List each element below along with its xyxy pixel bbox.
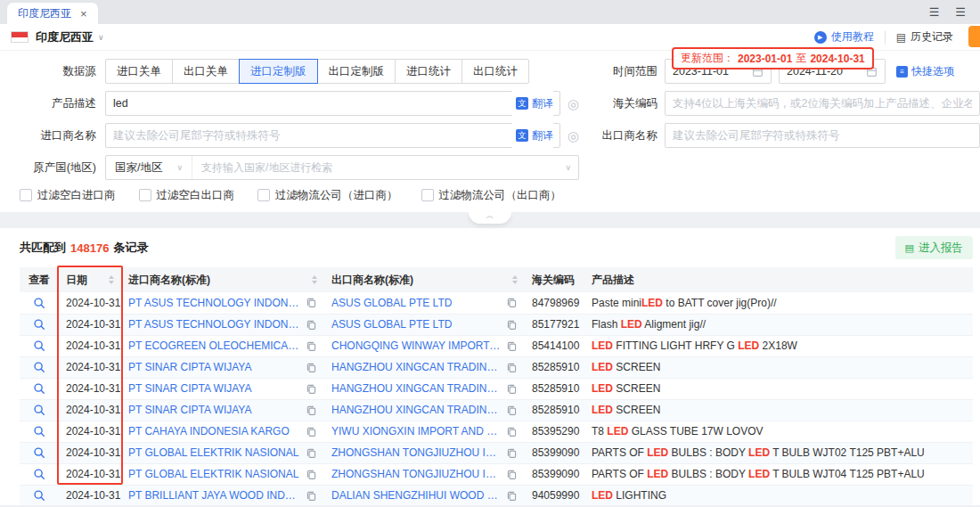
translate-button[interactable]: 文 翻译 [512, 91, 553, 116]
importer-link[interactable]: PT GLOBAL ELEKTRIK NASIONAL [128, 446, 300, 459]
product-desc-cell: Paste miniLED to BATT cover jig(Pro)// [584, 292, 973, 314]
importer-link[interactable]: PT ASUS TECHNOLOGY INDONESIA BA... [128, 297, 300, 309]
update-range-to: 2024-10-31 [810, 53, 864, 65]
copy-icon[interactable] [306, 319, 317, 331]
chevron-down-icon: ∨ [176, 163, 183, 172]
filter-blank-importer-checkbox[interactable]: 过滤空白进口商 [20, 188, 116, 203]
copy-icon[interactable] [506, 383, 518, 395]
copy-icon[interactable] [506, 426, 518, 437]
filter-logistics-exporter-checkbox[interactable]: 过滤物流公司（出口商） [421, 188, 562, 203]
tab-import-declaration[interactable]: 进口关单 [105, 59, 173, 84]
sort-icon[interactable] [312, 275, 317, 284]
sort-icon[interactable] [512, 275, 518, 284]
view-detail-button[interactable] [33, 425, 45, 437]
importer-link[interactable]: PT GLOBAL ELEKTRIK NASIONAL [128, 468, 300, 480]
exporter-name-input[interactable] [665, 123, 980, 148]
country-selector[interactable]: 印度尼西亚 [36, 29, 94, 45]
copy-icon[interactable] [506, 469, 518, 480]
exporter-link[interactable]: CHONGQING WINWAY IMPORT AND E... [331, 339, 501, 352]
col-date-header[interactable]: 日期 [59, 267, 121, 292]
floating-widget[interactable] [968, 26, 980, 47]
importer-link[interactable]: PT CAHAYA INDONESIA KARGO [128, 425, 300, 437]
sort-icon[interactable] [109, 275, 114, 284]
enter-report-button[interactable]: ▤ 进入报告 [895, 236, 973, 259]
copy-icon[interactable] [306, 426, 317, 437]
copy-icon[interactable] [306, 405, 317, 416]
copy-icon[interactable] [306, 362, 317, 373]
collapse-filter-button[interactable]: ︿ [469, 212, 511, 224]
exporter-link[interactable]: YIWU XIONGXIN IMPORT AND EXPORT... [331, 425, 501, 437]
exporter-link[interactable]: ASUS GLOBAL PTE LTD [331, 297, 501, 309]
view-detail-button[interactable] [33, 382, 45, 395]
browser-tab-title: 印度尼西亚 [18, 6, 71, 21]
tab-export-declaration[interactable]: 出口关单 [172, 59, 240, 84]
quick-options-link[interactable]: ≡ 快捷选项 [896, 64, 954, 79]
exporter-link[interactable]: DALIAN SHENGZHIHUI WOOD INDUST... [331, 489, 501, 502]
match-mode-icon[interactable]: ◎ [568, 129, 579, 143]
copy-icon[interactable] [306, 490, 317, 502]
menu-icon[interactable]: ☰ [929, 5, 940, 19]
tab-import-custom-edition[interactable]: 进口定制版 [239, 59, 318, 84]
copy-icon[interactable] [506, 490, 518, 502]
hs-code-label: 海关编码 [579, 96, 657, 111]
copy-icon[interactable] [306, 447, 317, 459]
checkbox-icon [421, 189, 434, 201]
exporter-link[interactable]: HANGZHOU XINGCAN TRADING CO LTD [331, 361, 501, 373]
importer-link[interactable]: PT ECOGREEN OLEOCHEMICALS [128, 339, 300, 352]
match-suffix: 条记录 [113, 240, 148, 256]
view-detail-button[interactable] [33, 361, 45, 373]
view-detail-button[interactable] [33, 318, 45, 331]
copy-icon[interactable] [306, 297, 317, 308]
copy-icon[interactable] [506, 319, 518, 331]
col-exporter-header[interactable]: 出口商名称(标准) [324, 267, 525, 292]
match-mode-icon[interactable]: ◎ [568, 97, 579, 110]
origin-type-select[interactable]: 国家/地区 ∨ [106, 156, 192, 179]
view-detail-button[interactable] [33, 297, 45, 309]
copy-icon[interactable] [306, 383, 317, 395]
hs-code-input[interactable] [665, 91, 980, 116]
filter-logistics-importer-checkbox[interactable]: 过滤物流公司（进口商） [257, 188, 398, 203]
view-detail-button[interactable] [33, 489, 45, 502]
importer-link[interactable]: PT SINAR CIPTA WIJAYA [128, 361, 300, 373]
product-desc-cell: PARTS OF LED BULBS : BODY LED T BULB WJT… [584, 442, 973, 463]
origin-country-select[interactable]: 国家/地区 ∨ 支持输入国家/地区进行检索 ∨ [105, 155, 579, 180]
chevron-down-icon[interactable]: ∨ [98, 33, 104, 42]
importer-link[interactable]: PT SINAR CIPTA WIJAYA [128, 382, 300, 395]
results-table: 查看 日期 进口商名称(标准) 出口商名称(标准) 海关编码 产品描述 2024… [20, 267, 973, 505]
importer-link[interactable]: PT SINAR CIPTA WIJAYA [128, 404, 300, 416]
translate-button[interactable]: 文 翻译 [512, 123, 553, 148]
copy-icon[interactable] [506, 297, 518, 308]
copy-icon[interactable] [506, 362, 518, 373]
copy-icon[interactable] [506, 447, 518, 459]
view-detail-button[interactable] [33, 404, 45, 416]
exporter-link[interactable]: HANGZHOU XINGCAN TRADING CO LTD [331, 382, 501, 395]
exporter-link[interactable]: ASUS GLOBAL PTE LTD [331, 318, 501, 331]
product-desc-input[interactable] [105, 91, 560, 116]
exporter-link[interactable]: ZHONGSHAN TONGJIUZHOU INTERNA... [331, 468, 501, 480]
copy-icon[interactable] [506, 340, 518, 352]
col-hscode-header: 海关编码 [525, 267, 584, 292]
close-icon[interactable]: × [80, 7, 87, 20]
exporter-link[interactable]: HANGZHOU XINGCAN TRADING CO LTD [331, 404, 501, 416]
history-button[interactable]: ▤ 历史记录 [896, 29, 953, 45]
exporter-link[interactable]: ZHONGSHAN TONGJIUZHOU INTERNA... [331, 446, 501, 459]
view-detail-button[interactable] [33, 339, 45, 352]
date-cell: 2024-10-31 [59, 442, 121, 463]
tutorial-link[interactable]: ▶ 使用教程 [814, 29, 874, 45]
filter-blank-exporter-checkbox[interactable]: 过滤空白出口商 [139, 188, 235, 203]
tab-export-custom-edition[interactable]: 出口定制版 [317, 59, 396, 84]
copy-icon[interactable] [306, 469, 317, 480]
tab-import-statistics[interactable]: 进口统计 [395, 59, 462, 84]
importer-link[interactable]: PT ASUS TECHNOLOGY INDONESIA BA... [128, 318, 300, 331]
copy-icon[interactable] [306, 340, 317, 352]
view-detail-button[interactable] [33, 468, 45, 480]
browser-tab-bar: 印度尼西亚 × ☰ ☰ [0, 0, 980, 24]
view-detail-button[interactable] [33, 446, 45, 459]
importer-link[interactable]: PT BRILLIANT JAYA WOOD INDUSTRY [128, 489, 300, 502]
col-importer-header[interactable]: 进口商名称(标准) [121, 267, 324, 292]
copy-icon[interactable] [506, 405, 518, 416]
tab-export-statistics[interactable]: 出口统计 [461, 59, 529, 84]
browser-tab[interactable]: 印度尼西亚 × [7, 3, 98, 24]
menu-icon[interactable]: ☰ [955, 5, 966, 19]
importer-name-input[interactable] [105, 123, 560, 148]
